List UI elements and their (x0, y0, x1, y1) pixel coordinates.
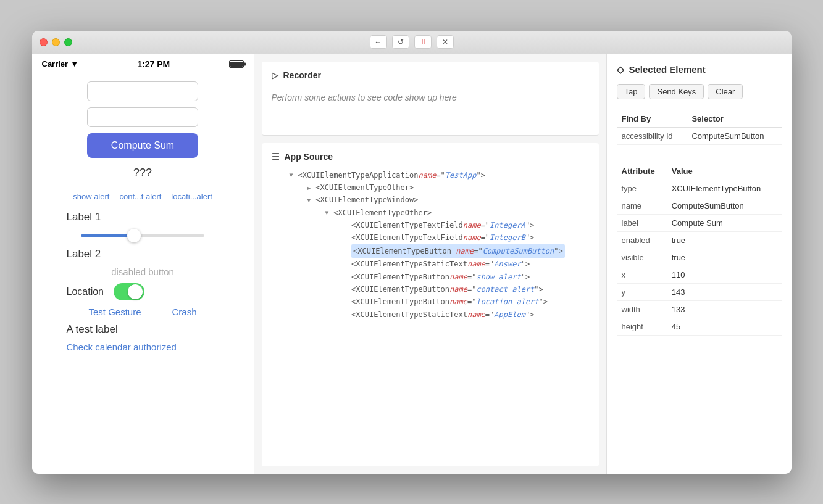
xml-tag: <XCUIElementTypeWindow (315, 194, 414, 206)
minimize-button[interactable] (52, 38, 60, 46)
xml-tree-line[interactable]: ▶ <XCUIElementTypeOther> (272, 181, 589, 194)
attribute-row: labelCompute Sum (617, 214, 782, 231)
xml-tree-line[interactable]: <XCUIElementTypeButton name="show alert"… (272, 271, 589, 283)
clear-button[interactable]: Clear (708, 84, 743, 99)
tree-toggle (343, 309, 350, 320)
slider-thumb[interactable] (127, 229, 141, 242)
attr-name: x (617, 266, 667, 283)
attr-name: y (617, 283, 667, 300)
xml-attr-name: name (467, 258, 485, 270)
integer-a-input[interactable] (87, 81, 198, 101)
attr-name: visible (617, 249, 667, 266)
tree-indent (272, 169, 290, 181)
xml-tree-line[interactable]: <XCUIElementTypeStaticText name="Answer"… (272, 258, 589, 270)
titlebar: ← ↺ ⏸ ✕ (32, 31, 792, 54)
xml-attr-name: name (456, 247, 474, 255)
xml-attr-val: contact alert (476, 283, 534, 295)
attr-value: true (667, 231, 782, 249)
attr-value: true (667, 249, 782, 266)
tree-indent (272, 271, 343, 283)
xml-tag: <XCUIElementTypeButton (351, 295, 449, 308)
xml-tree-line[interactable]: <XCUIElementTypeTextField name="IntegerB… (272, 231, 589, 244)
xml-tag: <XCUIElementTypeStaticText (351, 308, 467, 321)
maximize-button[interactable] (64, 38, 72, 46)
send-keys-button[interactable]: Send Keys (649, 84, 704, 99)
carrier-label: Carrier (42, 59, 69, 68)
attr-value: Compute Sum (667, 214, 782, 231)
recorder-header: ▷ Recorder (272, 70, 589, 80)
show-alert-link[interactable]: show alert (73, 192, 109, 201)
action-buttons: Tap Send Keys Clear (617, 84, 782, 99)
attributes-table: Attribute Value typeXCUIElementTypeButto… (617, 163, 782, 336)
xml-tree-line[interactable]: ▼ <XCUIElementTypeApplication name="Test… (272, 169, 589, 181)
pause-button[interactable]: ⏸ (414, 35, 432, 49)
back-button[interactable]: ← (370, 35, 387, 49)
xml-attr-name: name (467, 308, 485, 321)
location-alert-link[interactable]: locati...alert (171, 192, 212, 201)
recorder-section: ▷ Recorder Perform some actions to see c… (262, 62, 599, 136)
location-label: Location (67, 286, 104, 297)
attr-value: 133 (667, 300, 782, 318)
xml-tree-line[interactable]: ▼ <XCUIElementTypeOther> (272, 207, 589, 219)
xml-attr-name: name (449, 271, 467, 283)
location-toggle[interactable] (114, 283, 144, 300)
attribute-row: height45 (617, 318, 782, 335)
attr-name: height (617, 318, 667, 335)
attr-name: type (617, 180, 667, 197)
xml-tree-line[interactable]: <XCUIElementTypeTextField name="IntegerA… (272, 219, 589, 231)
xml-attr-val: location alert (476, 295, 538, 308)
xml-highlighted-tag[interactable]: <XCUIElementTypeButton name="ComputeSumB… (351, 244, 565, 258)
main-content: Carrier ▼ 1:27 PM Compute Sum ??? show a… (32, 54, 792, 474)
tree-indent (272, 194, 307, 206)
tree-toggle[interactable]: ▼ (289, 170, 296, 180)
tree-toggle (343, 271, 350, 282)
xml-tag: <XCUIElementTypeButton (351, 283, 449, 295)
compute-sum-button[interactable]: Compute Sum (87, 133, 198, 158)
calendar-link[interactable]: Check calendar authorized (42, 342, 177, 352)
label1: Label 1 (42, 211, 101, 223)
attr-name: label (617, 214, 667, 231)
attribute-header: Attribute (617, 163, 667, 180)
tree-indent (272, 207, 325, 219)
tree-indent (272, 283, 343, 295)
attribute-row: typeXCUIElementTypeButton (617, 180, 782, 197)
crash-link[interactable]: Crash (172, 307, 197, 317)
attr-value: 143 (667, 283, 782, 300)
tree-toggle[interactable]: ▼ (325, 207, 332, 218)
refresh-button[interactable]: ↺ (392, 35, 409, 49)
appsource-section: ☰ App Source ▼ <XCUIElementTypeApplicati… (262, 143, 599, 466)
disabled-button: disabled button (111, 266, 174, 277)
selected-element-title: Selected Element (629, 64, 706, 75)
xml-attr-val: show alert (476, 271, 520, 283)
xml-tree-line[interactable]: <XCUIElementTypeStaticText name="AppElem… (272, 308, 589, 321)
integer-b-input[interactable] (87, 107, 198, 127)
answer-label: ??? (133, 167, 152, 180)
appsource-icon: ☰ (272, 152, 280, 162)
tree-indent (272, 308, 343, 321)
xml-tree-line[interactable]: <XCUIElementTypeButton name="contact ale… (272, 283, 589, 295)
attr-value: ComputeSumButton (667, 197, 782, 214)
xml-tree-line[interactable]: <XCUIElementTypeButton name="location al… (272, 295, 589, 308)
xml-attr-name: name (463, 219, 481, 231)
close-button[interactable] (40, 38, 48, 46)
tap-button[interactable]: Tap (617, 84, 646, 99)
xml-attr-name: name (418, 169, 436, 181)
xml-tag: <XCUIElementTypeOther (315, 181, 409, 194)
recorder-title: Recorder (283, 70, 321, 80)
contact-alert-link[interactable]: cont...t alert (119, 192, 161, 201)
tree-toggle[interactable]: ▶ (307, 183, 314, 193)
tree-toggle[interactable]: ▼ (307, 195, 314, 205)
main-window: ← ↺ ⏸ ✕ Carrier ▼ 1:27 PM (32, 31, 792, 474)
attr-name: name (617, 197, 667, 214)
test-gesture-link[interactable]: Test Gesture (88, 307, 141, 317)
xml-attr-val: IntegerB (490, 231, 525, 244)
tree-toggle (343, 284, 350, 295)
xml-tree-line[interactable]: <XCUIElementTypeButton name="ComputeSumB… (272, 244, 589, 258)
toggle-knob (128, 284, 143, 299)
slider[interactable] (81, 229, 204, 242)
xml-attr-name: name (449, 283, 467, 295)
xml-tree-line[interactable]: ▼ <XCUIElementTypeWindow> (272, 194, 589, 206)
tree-indent (272, 258, 343, 270)
xml-attr-val: IntegerA (490, 219, 525, 231)
close-session-button[interactable]: ✕ (437, 35, 454, 49)
